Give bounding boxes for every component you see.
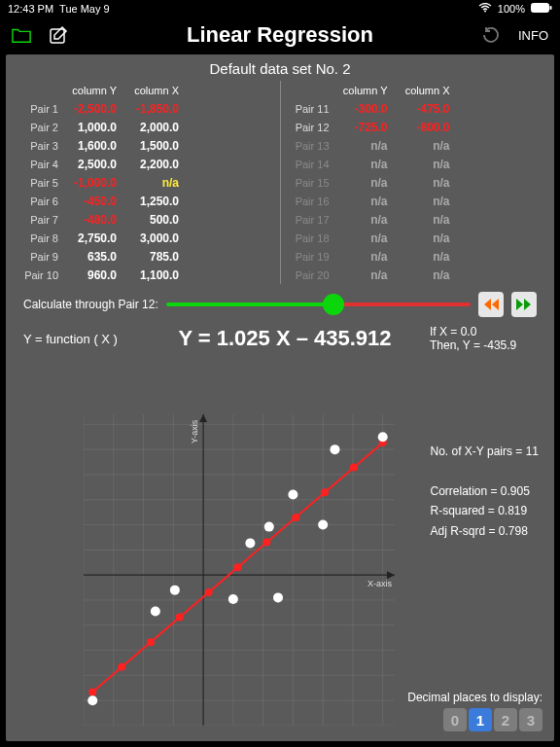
table-row[interactable]: Pair 18n/an/a	[285, 229, 547, 247]
data-grid: column Ycolumn XPair 1-2,500.0-1,850.0Pa…	[14, 81, 546, 284]
table-row[interactable]: Pair 17n/an/a	[285, 210, 547, 229]
svg-point-49	[228, 594, 238, 604]
table-row[interactable]: Pair 21,000.02,000.0	[14, 118, 276, 136]
decimals-option-2[interactable]: 2	[494, 708, 517, 731]
scatter-chart: X-axisY-axis	[84, 414, 395, 726]
stat-pairs: No. of X-Y pairs = 11	[430, 442, 539, 461]
grid-divider	[280, 81, 281, 284]
table-row[interactable]: Pair 42,500.02,200.0	[14, 155, 276, 173]
svg-point-52	[264, 522, 274, 532]
table-row[interactable]: Pair 82,750.03,000.0	[14, 229, 276, 247]
svg-point-47	[330, 445, 339, 454]
stat-r2: R-squared = 0.819	[430, 501, 539, 520]
svg-text:X-axis: X-axis	[368, 579, 393, 588]
status-bar: 12:43 PM Tue May 9 100%	[0, 0, 560, 18]
equation-row: Y = function ( X ) Y = 1.025 X – 435.912…	[23, 325, 537, 352]
slider-row: Calculate through Pair 12:	[23, 292, 537, 317]
svg-point-34	[118, 663, 125, 671]
step-forward-button[interactable]	[511, 292, 537, 317]
svg-rect-2	[550, 6, 552, 10]
table-row[interactable]: Pair 31,600.01,500.0	[14, 136, 276, 155]
function-label: Y = function ( X )	[23, 332, 140, 346]
table-row[interactable]: Pair 7-480.0500.0	[14, 210, 276, 229]
svg-point-41	[321, 488, 329, 496]
subtitle: Default data set No. 2	[14, 60, 546, 77]
wifi-icon	[478, 3, 492, 15]
table-row[interactable]: Pair 15n/an/a	[285, 173, 547, 192]
table-row[interactable]: Pair 9635.0785.0	[14, 247, 276, 266]
decimals-control: Decimal places to display: 0123	[407, 691, 542, 731]
slider-label: Calculate through Pair 12:	[23, 298, 158, 311]
svg-point-51	[245, 538, 255, 548]
edit-icon[interactable]	[49, 25, 68, 45]
svg-point-33	[88, 689, 96, 696]
battery-percent: 100%	[498, 3, 525, 15]
svg-point-39	[262, 539, 270, 547]
step-back-button[interactable]	[478, 292, 504, 317]
pair-slider[interactable]	[166, 302, 471, 306]
decimals-option-1[interactable]: 1	[469, 708, 492, 731]
svg-point-38	[233, 563, 241, 571]
svg-point-50	[378, 432, 388, 442]
svg-text:Y-axis: Y-axis	[190, 419, 199, 444]
main-panel: Default data set No. 2 column Ycolumn XP…	[6, 54, 554, 741]
decimals-option-0[interactable]: 0	[443, 708, 467, 731]
info-button[interactable]: INFO	[518, 28, 548, 43]
stat-adj: Adj R-sqrd = 0.798	[430, 521, 539, 541]
table-row[interactable]: Pair 12-725.0-800.0	[285, 118, 547, 136]
status-date: Tue May 9	[59, 3, 110, 15]
svg-point-45	[318, 520, 328, 530]
svg-point-48	[273, 592, 283, 602]
svg-point-44	[88, 695, 97, 705]
svg-point-46	[288, 490, 298, 500]
if-x-label: If X = 0.0	[430, 325, 537, 338]
table-row[interactable]: Pair 13n/an/a	[285, 136, 547, 155]
svg-point-36	[176, 614, 184, 622]
decimals-label: Decimal places to display:	[407, 691, 542, 704]
table-row[interactable]: Pair 20n/an/a	[285, 266, 547, 284]
svg-point-42	[350, 464, 358, 472]
battery-icon	[531, 3, 552, 15]
svg-rect-1	[532, 4, 549, 13]
table-row[interactable]: Pair 6-450.01,250.0	[14, 192, 276, 210]
equation-text: Y = 1.025 X – 435.912	[150, 326, 420, 351]
page-title: Linear Regression	[89, 22, 471, 48]
table-row[interactable]: Pair 14n/an/a	[285, 155, 547, 173]
svg-point-37	[205, 588, 213, 596]
then-y-label: Then, Y = -435.9	[430, 338, 537, 352]
folder-icon[interactable]	[12, 25, 31, 45]
table-row[interactable]: Pair 19n/an/a	[285, 247, 547, 266]
stat-corr: Correlation = 0.905	[430, 481, 539, 501]
refresh-icon[interactable]	[481, 25, 501, 45]
table-row[interactable]: Pair 1-2,500.0-1,850.0	[14, 99, 276, 118]
app-header: Linear Regression INFO	[0, 18, 560, 53]
svg-point-0	[484, 11, 486, 13]
table-row[interactable]: Pair 10960.01,100.0	[14, 266, 276, 284]
svg-point-35	[147, 638, 155, 646]
svg-point-54	[151, 607, 160, 617]
table-row[interactable]: Pair 16n/an/a	[285, 192, 547, 210]
table-row[interactable]: Pair 5-1,000.0n/a	[14, 173, 276, 192]
decimals-option-3[interactable]: 3	[519, 708, 542, 731]
svg-point-40	[292, 514, 299, 521]
stats-box: No. of X-Y pairs = 11 Correlation = 0.90…	[430, 442, 539, 541]
svg-point-53	[170, 586, 180, 595]
table-row[interactable]: Pair 11-300.0-475.0	[285, 99, 547, 118]
status-time: 12:43 PM	[8, 3, 53, 15]
